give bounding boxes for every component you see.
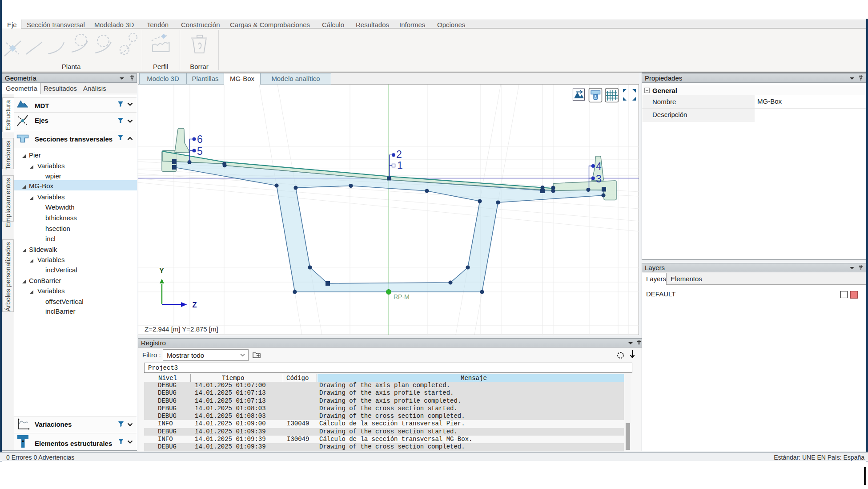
svg-text:4: 4 [596,161,602,172]
svg-text:Y: Y [159,267,164,275]
svg-text:Z=2.944 [m] Y=2.875 [m]: Z=2.944 [m] Y=2.875 [m] [145,325,218,333]
svg-text:6: 6 [197,133,203,145]
svg-text:Z: Z [193,301,197,309]
svg-text:RP-M: RP-M [394,293,410,300]
svg-text:1: 1 [397,160,403,171]
svg-text:3: 3 [596,173,602,185]
svg-text:2: 2 [396,149,402,160]
svg-text:5: 5 [197,145,203,157]
